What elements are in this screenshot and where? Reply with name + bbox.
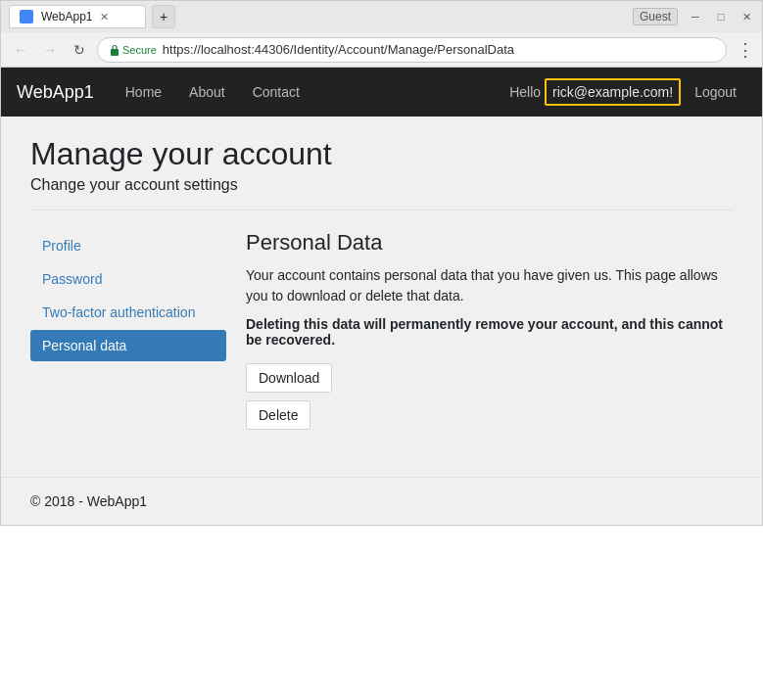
delete-button[interactable]: Delete	[246, 400, 310, 430]
navbar-right: Hello rick@example.com! Logout	[509, 78, 746, 106]
side-nav: Profile Password Two-factor authenticati…	[30, 230, 226, 438]
navbar-links: Home About Contact	[114, 76, 509, 108]
tab-title: WebApp1	[41, 10, 92, 23]
tab-close-button[interactable]: ✕	[100, 11, 109, 23]
divider	[30, 210, 733, 210]
info-text: Your account contains personal data that…	[246, 265, 733, 306]
logout-button[interactable]: Logout	[685, 78, 746, 106]
navbar-brand[interactable]: WebApp1	[17, 74, 94, 111]
address-input[interactable]: Secure https://localhost:44306/Identity/…	[97, 37, 727, 63]
secure-icon: Secure	[110, 44, 157, 56]
secure-label: Secure	[122, 44, 157, 56]
new-tab-button[interactable]: +	[152, 5, 175, 28]
personal-data-section: Personal Data Your account contains pers…	[246, 230, 733, 438]
user-email[interactable]: rick@example.com!	[545, 78, 681, 106]
manage-layout: Profile Password Two-factor authenticati…	[30, 230, 733, 438]
sidenav-two-factor[interactable]: Two-factor authentication	[30, 297, 226, 328]
page-subtitle: Change your account settings	[30, 176, 733, 194]
forward-button[interactable]: →	[38, 38, 62, 62]
sidenav-personal-data[interactable]: Personal data	[30, 330, 226, 361]
back-button[interactable]: ←	[9, 38, 32, 62]
svg-rect-0	[111, 49, 119, 56]
sidenav-password[interactable]: Password	[30, 263, 226, 295]
tab-favicon	[20, 10, 33, 23]
action-buttons: Download Delete	[246, 363, 733, 438]
navbar-link-home[interactable]: Home	[114, 76, 173, 108]
hello-text: Hello	[509, 84, 541, 100]
page-footer: © 2018 - WebApp1	[1, 477, 762, 525]
sidenav-profile[interactable]: Profile	[30, 230, 226, 261]
page-content: Manage your account Change your account …	[1, 117, 762, 457]
url-text: https://localhost:44306/Identity/Account…	[163, 42, 514, 57]
footer-text: © 2018 - WebApp1	[30, 493, 147, 509]
page-title: Manage your account	[30, 136, 733, 172]
browser-tab[interactable]: WebApp1 ✕	[9, 5, 146, 28]
browser-menu-button[interactable]: ⋮	[737, 39, 754, 61]
close-button[interactable]: ✕	[739, 9, 754, 24]
minimize-button[interactable]: ─	[688, 9, 703, 24]
warning-text: Deleting this data will permanently remo…	[246, 316, 733, 348]
app-navbar: WebApp1 Home About Contact Hello rick@ex…	[1, 68, 762, 117]
address-bar: ← → ↻ Secure https://localhost:44306/Ide…	[1, 32, 762, 68]
guest-badge: Guest	[633, 8, 678, 25]
section-title: Personal Data	[246, 230, 733, 256]
reload-button[interactable]: ↻	[68, 38, 91, 62]
navbar-link-contact[interactable]: Contact	[241, 76, 311, 108]
maximize-button[interactable]: □	[713, 9, 729, 24]
navbar-link-about[interactable]: About	[177, 76, 237, 108]
download-button[interactable]: Download	[246, 363, 332, 393]
